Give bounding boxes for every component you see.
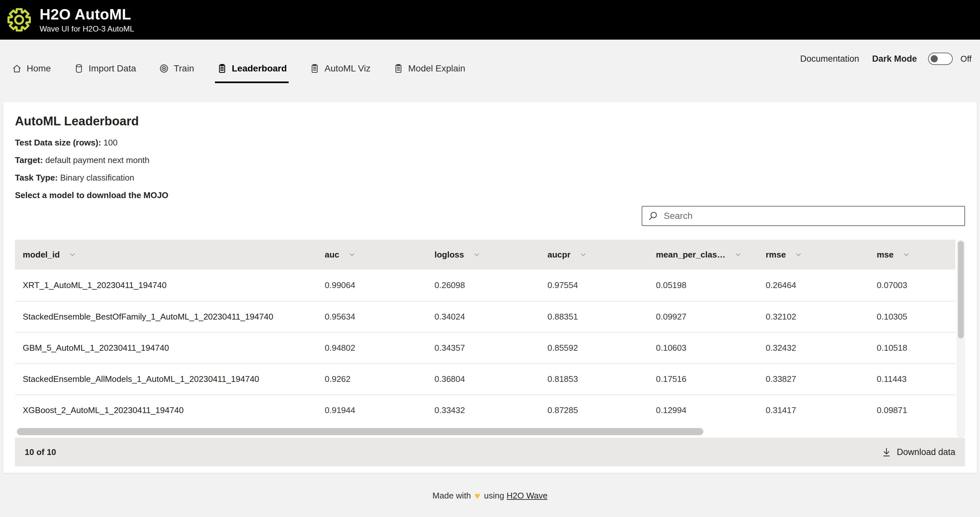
h2o-wave-link[interactable]: H2O Wave [507, 491, 547, 500]
chevron-down-icon [734, 250, 742, 259]
table-row[interactable]: StackedEnsemble_AllModels_1_AutoML_1_202… [15, 363, 955, 394]
chevron-down-icon [68, 250, 76, 259]
meta-value: default payment next month [45, 155, 150, 165]
app-header: H2O AutoML Wave UI for H2O-3 AutoML [0, 0, 980, 40]
vertical-scrollbar [957, 240, 965, 438]
clipboard-icon [393, 63, 404, 74]
dark-mode-label: Dark Mode [872, 54, 917, 64]
tab-leaderboard[interactable]: Leaderboard [215, 52, 289, 85]
clipboard-icon [217, 63, 227, 74]
horizontal-scrollbar [15, 425, 955, 438]
search-row [15, 206, 965, 226]
cell-rmse: 0.32432 [766, 343, 877, 353]
mojo-instruction: Select a model to download the MOJO [15, 186, 965, 204]
yellow-heart-icon: ♥ [473, 490, 482, 501]
tab-label: Model Explain [408, 63, 465, 74]
dark-mode-toggle[interactable] [928, 52, 953, 65]
tab-model-explain[interactable]: Model Explain [391, 52, 467, 85]
footer-using: using [484, 491, 504, 500]
cell-auc: 0.99064 [325, 280, 434, 290]
cell-mse: 0.09871 [877, 405, 955, 415]
documentation-link[interactable]: Documentation [800, 54, 859, 64]
leaderboard-card: AutoML Leaderboard Test Data size (rows)… [3, 102, 977, 473]
cell-aucpr: 0.97554 [547, 280, 656, 290]
download-data-button[interactable]: Download data [881, 447, 955, 457]
meta-test-data-size: Test Data size (rows): 100 [15, 134, 965, 151]
meta-target: Target: default payment next month [15, 151, 965, 169]
gear-icon [6, 7, 32, 32]
cell-mean-per-class: 0.09927 [656, 312, 766, 322]
table-row[interactable]: XGBoost_2_AutoML_1_20230411_194740 0.919… [15, 394, 955, 425]
app-title: H2O AutoML [40, 6, 134, 23]
tab-label: Train [174, 63, 194, 74]
cell-mean-per-class: 0.10603 [656, 343, 766, 353]
row-count: 10 of 10 [25, 447, 56, 457]
cell-rmse: 0.31417 [766, 405, 877, 415]
tab-train[interactable]: Train [157, 52, 196, 85]
clipboard-icon [309, 63, 320, 74]
cell-logloss: 0.33432 [434, 405, 547, 415]
cell-model-id: GBM_5_AutoML_1_20230411_194740 [15, 343, 325, 353]
home-icon [12, 63, 22, 74]
column-header-mse[interactable]: mse [877, 250, 955, 260]
cell-mean-per-class: 0.05198 [656, 280, 766, 290]
column-header-aucpr[interactable]: aucpr [547, 250, 656, 260]
tab-import-data[interactable]: Import Data [72, 52, 138, 85]
table-row[interactable]: GBM_5_AutoML_1_20230411_194740 0.94802 0… [15, 332, 955, 363]
column-header-model-id[interactable]: model_id [15, 250, 325, 260]
chevron-down-icon [794, 250, 803, 259]
cell-aucpr: 0.81853 [547, 374, 656, 384]
chevron-down-icon [348, 250, 356, 259]
chevron-down-icon [579, 250, 587, 259]
cell-mean-per-class: 0.17516 [656, 374, 766, 384]
meta-task-type: Task Type: Binary classification [15, 169, 965, 186]
cell-aucpr: 0.88351 [547, 312, 656, 322]
chevron-down-icon [902, 250, 910, 259]
table-footer: 10 of 10 Download data [15, 438, 965, 466]
cell-mse: 0.10518 [877, 343, 955, 353]
cell-rmse: 0.32102 [766, 312, 877, 322]
download-icon [881, 447, 892, 457]
page-footer: Made with ♥ using H2O Wave [0, 490, 980, 501]
column-header-auc[interactable]: auc [325, 250, 434, 260]
download-data-label: Download data [897, 447, 955, 457]
cell-rmse: 0.33827 [766, 374, 877, 384]
tab-label: Leaderboard [232, 63, 287, 74]
database-icon [74, 63, 84, 74]
tab-home[interactable]: Home [10, 52, 53, 85]
cell-model-id: XRT_1_AutoML_1_20230411_194740 [15, 280, 325, 290]
column-header-rmse[interactable]: rmse [766, 250, 877, 260]
column-header-mean-per-class[interactable]: mean_per_clas… [656, 250, 766, 260]
nav-tabs: Home Import Data Train Leaderboard AutoM… [10, 40, 467, 85]
cell-auc: 0.94802 [325, 343, 434, 353]
cell-auc: 0.91944 [325, 405, 434, 415]
meta-value: 100 [103, 138, 118, 148]
app-title-block: H2O AutoML Wave UI for H2O-3 AutoML [40, 6, 134, 34]
horizontal-scrollbar-thumb[interactable] [17, 428, 703, 435]
footer-made-with: Made with [433, 491, 471, 500]
vertical-scrollbar-thumb[interactable] [958, 241, 964, 338]
table-row[interactable]: XRT_1_AutoML_1_20230411_194740 0.99064 0… [15, 270, 955, 301]
app-subtitle: Wave UI for H2O-3 AutoML [40, 24, 134, 34]
search-input[interactable] [664, 211, 959, 221]
cell-rmse: 0.26464 [766, 280, 877, 290]
cell-mse: 0.10305 [877, 312, 955, 322]
chevron-down-icon [473, 250, 481, 259]
cell-model-id: StackedEnsemble_BestOfFamily_1_AutoML_1_… [15, 312, 325, 322]
dark-mode-state: Off [961, 54, 972, 64]
cell-model-id: StackedEnsemble_AllModels_1_AutoML_1_202… [15, 374, 325, 384]
table-header-row: model_id auc logloss aucpr mean_per_clas… [15, 240, 955, 270]
table-scroll-area: model_id auc logloss aucpr mean_per_clas… [15, 240, 955, 438]
page-title: AutoML Leaderboard [15, 114, 965, 129]
cell-logloss: 0.34357 [434, 343, 547, 353]
meta-value: Binary classification [60, 173, 134, 183]
cell-auc: 0.95634 [325, 312, 434, 322]
meta-label: Test Data size (rows): [15, 138, 101, 148]
tab-label: Import Data [89, 63, 136, 74]
tab-automl-viz[interactable]: AutoML Viz [307, 52, 372, 85]
toggle-knob [931, 55, 938, 62]
tab-label: Home [27, 63, 51, 74]
table-row[interactable]: StackedEnsemble_BestOfFamily_1_AutoML_1_… [15, 301, 955, 332]
cell-aucpr: 0.87285 [547, 405, 656, 415]
column-header-logloss[interactable]: logloss [434, 250, 547, 260]
